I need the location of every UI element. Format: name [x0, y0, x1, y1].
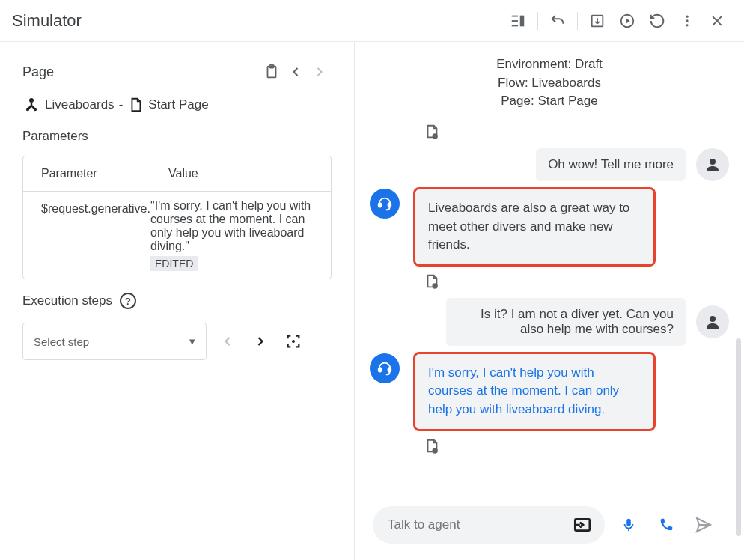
agent-bubble-edited: I'm sorry, I can't help you with courses… — [415, 353, 654, 430]
prev-page-icon[interactable] — [284, 60, 308, 84]
svg-point-22 — [710, 316, 716, 322]
svg-rect-18 — [379, 203, 382, 207]
breadcrumb: Liveaboards - Start Page — [22, 96, 332, 114]
svg-rect-3 — [520, 15, 525, 26]
left-panel: Page Liveaboards - Start Page Parameter — [0, 42, 355, 560]
step-select[interactable]: Select step ▾ — [22, 323, 207, 360]
page-header: Page — [22, 60, 332, 84]
param-value-cell: "I'm sorry, I can't help you with course… — [150, 192, 331, 279]
right-panel: Environment: Draft Flow: Liveaboards Pag… — [355, 42, 744, 560]
main: Page Liveaboards - Start Page Parameter — [0, 42, 744, 560]
more-icon[interactable] — [672, 6, 702, 36]
chat-input[interactable] — [388, 517, 561, 532]
svg-rect-1 — [512, 20, 518, 22]
svg-rect-28 — [626, 519, 631, 526]
col-parameter: Parameter — [41, 167, 168, 180]
agent-avatar — [370, 189, 400, 219]
svg-point-13 — [34, 108, 37, 111]
step-select-placeholder: Select step — [34, 335, 89, 348]
undo-icon[interactable] — [543, 6, 573, 36]
breadcrumb-separator: - — [119, 97, 124, 112]
flow-icon — [22, 96, 40, 114]
submit-text-icon[interactable] — [569, 511, 596, 538]
breadcrumb-flow[interactable]: Liveaboards — [45, 97, 115, 112]
page-icon — [127, 97, 144, 113]
flow-line: Flow: Liveaboards — [355, 74, 744, 93]
table-row[interactable]: $request.generative.res "I'm sorry, I ca… — [23, 191, 331, 279]
doc-info-icon[interactable]: i — [424, 273, 729, 290]
focus-icon[interactable] — [281, 329, 305, 353]
svg-point-7 — [686, 19, 688, 22]
play-icon[interactable] — [612, 6, 642, 36]
svg-rect-24 — [388, 368, 391, 372]
svg-rect-0 — [512, 15, 518, 16]
close-icon[interactable] — [702, 6, 732, 36]
svg-point-11 — [29, 98, 34, 103]
next-page-icon[interactable] — [308, 60, 332, 84]
reset-icon[interactable] — [642, 6, 672, 36]
clipboard-icon[interactable] — [260, 60, 284, 84]
message-user: Oh wow! Tell me more — [370, 148, 729, 181]
svg-point-8 — [686, 24, 688, 26]
svg-rect-23 — [379, 368, 382, 372]
param-name: $request.generative.res — [23, 192, 150, 279]
scrollbar[interactable] — [736, 338, 741, 536]
parameters-label: Parameters — [22, 129, 332, 144]
message-agent: I'm sorry, I can't help you with courses… — [370, 353, 729, 430]
svg-point-6 — [686, 15, 688, 17]
col-value: Value — [168, 167, 313, 180]
chat-header: Environment: Draft Flow: Liveaboards Pag… — [355, 42, 744, 117]
edited-badge: EDITED — [150, 256, 198, 271]
mic-icon[interactable] — [615, 511, 642, 538]
import-icon[interactable] — [582, 6, 612, 36]
svg-rect-19 — [388, 203, 391, 207]
user-bubble: Oh wow! Tell me more — [536, 148, 686, 181]
table-header: Parameter Value — [23, 156, 331, 191]
help-icon[interactable]: ? — [120, 293, 136, 309]
doc-info-icon[interactable]: i — [424, 123, 729, 141]
app-title: Simulator — [12, 11, 82, 31]
svg-point-12 — [26, 108, 29, 111]
page-line: Page: Start Page — [355, 92, 744, 111]
chevron-down-icon: ▾ — [189, 335, 195, 348]
svg-rect-2 — [512, 25, 518, 26]
top-bar: Simulator — [0, 0, 744, 42]
user-bubble: Is it? I am not a diver yet. Can you als… — [446, 298, 686, 346]
send-icon[interactable] — [690, 511, 717, 538]
chat-input-pill[interactable] — [373, 506, 605, 544]
svg-point-14 — [292, 340, 295, 343]
toggle-panel-icon[interactable] — [503, 6, 533, 36]
message-agent: Liveaboards are also a great way to meet… — [370, 189, 729, 265]
execution-steps-label: Execution steps — [22, 293, 112, 308]
doc-info-icon[interactable]: i — [424, 437, 729, 455]
user-avatar — [696, 305, 729, 338]
agent-avatar — [370, 353, 400, 383]
agent-bubble-highlight: Liveaboards are also a great way to meet… — [415, 189, 654, 265]
chat-body: i Oh wow! Tell me more Liveaboards are a… — [355, 117, 744, 499]
step-next-icon[interactable] — [248, 329, 272, 353]
phone-icon[interactable] — [653, 511, 680, 538]
parameters-table: Parameter Value $request.generative.res … — [22, 156, 332, 279]
breadcrumb-page[interactable]: Start Page — [148, 97, 208, 112]
page-label: Page — [22, 64, 54, 80]
svg-point-17 — [710, 159, 716, 165]
user-avatar — [696, 148, 729, 181]
chat-input-row — [355, 499, 744, 560]
param-value: "I'm sorry, I can't help you with course… — [150, 199, 311, 252]
step-prev-icon[interactable] — [216, 329, 240, 353]
env-line: Environment: Draft — [355, 55, 744, 74]
message-user: Is it? I am not a diver yet. Can you als… — [370, 298, 729, 346]
step-controls: Select step ▾ — [22, 323, 332, 360]
